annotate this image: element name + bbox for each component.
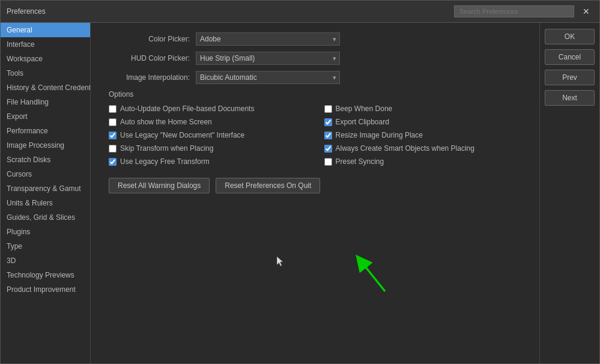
checkbox-label: Preset Syncing xyxy=(336,157,384,166)
sidebar-item-technology-previews[interactable]: Technology Previews xyxy=(1,268,90,282)
sidebar: GeneralInterfaceWorkspaceToolsHistory & … xyxy=(1,23,91,363)
sidebar-item-type[interactable]: Type xyxy=(1,239,90,253)
checkbox-grid: Auto-Update Open File-based DocumentsBee… xyxy=(103,105,527,166)
button-row: Reset All Warning Dialogs Reset Preferen… xyxy=(103,178,527,193)
checkbox-label: Export Clipboard xyxy=(336,118,389,126)
title-bar-right: ✕ xyxy=(454,5,593,17)
dialog-title: Preferences xyxy=(7,7,46,16)
search-input[interactable] xyxy=(454,5,574,17)
checkbox-row[interactable]: Preset Syncing xyxy=(324,157,528,166)
sidebar-item-file-handling[interactable]: File Handling xyxy=(1,95,90,109)
sidebar-item-export[interactable]: Export xyxy=(1,109,90,124)
checkbox-input[interactable] xyxy=(324,145,332,153)
right-panel: OK Cancel Prev Next xyxy=(539,23,599,363)
content-area: GeneralInterfaceWorkspaceToolsHistory & … xyxy=(1,23,599,363)
sidebar-item-product-improvement[interactable]: Product Improvement xyxy=(1,282,90,297)
sidebar-item-tools[interactable]: Tools xyxy=(1,66,90,80)
checkbox-label: Use Legacy "New Document" Interface xyxy=(120,131,244,139)
title-bar: Preferences ✕ xyxy=(1,1,599,23)
checkbox-label: Auto show the Home Screen xyxy=(120,118,212,126)
checkbox-row[interactable]: Always Create Smart Objects when Placing xyxy=(324,144,528,153)
checkbox-input[interactable] xyxy=(324,118,332,126)
sidebar-item-interface[interactable]: Interface xyxy=(1,37,90,52)
sidebar-item-3d[interactable]: 3D xyxy=(1,253,90,268)
sidebar-item-plugins[interactable]: Plugins xyxy=(1,225,90,239)
sidebar-item-cursors[interactable]: Cursors xyxy=(1,167,90,181)
checkbox-input[interactable] xyxy=(109,105,117,113)
checkbox-input[interactable] xyxy=(324,105,332,113)
svg-line-1 xyxy=(361,261,385,291)
color-picker-wrapper: AdobeWindows xyxy=(196,32,340,46)
checkbox-label: Auto-Update Open File-based Documents xyxy=(120,105,254,113)
sidebar-item-history--content-credentials[interactable]: History & Content Credentials xyxy=(1,80,90,95)
color-picker-label: Color Picker: xyxy=(103,35,196,43)
options-title: Options xyxy=(103,90,527,99)
checkbox-row[interactable]: Resize Image During Place xyxy=(324,131,528,139)
checkbox-row[interactable]: Beep When Done xyxy=(324,105,528,113)
svg-marker-2 xyxy=(277,256,283,266)
checkbox-label: Resize Image During Place xyxy=(336,131,423,139)
checkbox-row[interactable]: Use Legacy "New Document" Interface xyxy=(109,131,312,139)
sidebar-item-units--rulers[interactable]: Units & Rulers xyxy=(1,196,90,210)
ok-button[interactable]: OK xyxy=(545,29,595,44)
checkbox-row[interactable]: Export Clipboard xyxy=(324,118,528,126)
hud-color-picker-label: HUD Color Picker: xyxy=(103,54,196,62)
cancel-button[interactable]: Cancel xyxy=(545,49,595,65)
preferences-dialog: Preferences ✕ GeneralInterfaceWorkspaceT… xyxy=(0,0,600,364)
checkbox-row[interactable]: Auto show the Home Screen xyxy=(109,118,312,126)
hud-color-picker-wrapper: Hue Strip (Small)Hue Strip (Medium)Hue S… xyxy=(196,52,340,65)
checkbox-row[interactable]: Auto-Update Open File-based Documents xyxy=(109,105,312,113)
sidebar-item-performance[interactable]: Performance xyxy=(1,124,90,138)
sidebar-item-image-processing[interactable]: Image Processing xyxy=(1,138,90,153)
image-interpolation-label: Image Interpolation: xyxy=(103,73,196,82)
checkbox-input[interactable] xyxy=(109,132,117,139)
color-picker-row: Color Picker: AdobeWindows xyxy=(103,32,527,46)
image-interpolation-row: Image Interpolation: Bicubic AutomaticNe… xyxy=(103,71,527,84)
sidebar-item-guides-grid--slices[interactable]: Guides, Grid & Slices xyxy=(1,210,90,225)
sidebar-item-workspace[interactable]: Workspace xyxy=(1,52,90,66)
options-section: Options Auto-Update Open File-based Docu… xyxy=(103,90,527,166)
hud-color-picker-row: HUD Color Picker: Hue Strip (Small)Hue S… xyxy=(103,52,527,65)
cursor-icon xyxy=(277,256,284,267)
sidebar-item-transparency--gamut[interactable]: Transparency & Gamut xyxy=(1,181,90,196)
arrow-annotation xyxy=(349,249,397,297)
checkbox-row[interactable]: Use Legacy Free Transform xyxy=(109,157,312,166)
checkbox-label: Use Legacy Free Transform xyxy=(120,157,210,166)
prev-button[interactable]: Prev xyxy=(545,70,595,85)
checkbox-row[interactable]: Skip Transform when Placing xyxy=(109,144,312,153)
checkbox-label: Always Create Smart Objects when Placing xyxy=(336,144,474,153)
checkbox-input[interactable] xyxy=(324,158,332,166)
image-interpolation-wrapper: Bicubic AutomaticNearest NeighborBilinea… xyxy=(196,71,340,84)
checkbox-input[interactable] xyxy=(324,132,332,139)
checkbox-input[interactable] xyxy=(109,158,117,166)
close-button[interactable]: ✕ xyxy=(579,5,593,17)
hud-color-picker-select[interactable]: Hue Strip (Small)Hue Strip (Medium)Hue S… xyxy=(196,52,340,65)
sidebar-item-scratch-disks[interactable]: Scratch Disks xyxy=(1,153,90,167)
reset-warning-button[interactable]: Reset All Warning Dialogs xyxy=(109,178,210,193)
title-bar-left: Preferences xyxy=(7,7,46,16)
checkbox-input[interactable] xyxy=(109,145,117,153)
color-picker-select[interactable]: AdobeWindows xyxy=(196,32,340,46)
checkbox-input[interactable] xyxy=(109,118,117,126)
reset-prefs-button[interactable]: Reset Preferences On Quit xyxy=(216,178,320,193)
image-interpolation-select[interactable]: Bicubic AutomaticNearest NeighborBilinea… xyxy=(196,71,340,84)
next-button[interactable]: Next xyxy=(545,90,595,106)
checkbox-label: Skip Transform when Placing xyxy=(120,144,213,153)
sidebar-item-general[interactable]: General xyxy=(1,23,90,37)
main-area: Color Picker: AdobeWindows HUD Color Pic… xyxy=(91,23,539,363)
checkbox-label: Beep When Done xyxy=(336,105,393,113)
